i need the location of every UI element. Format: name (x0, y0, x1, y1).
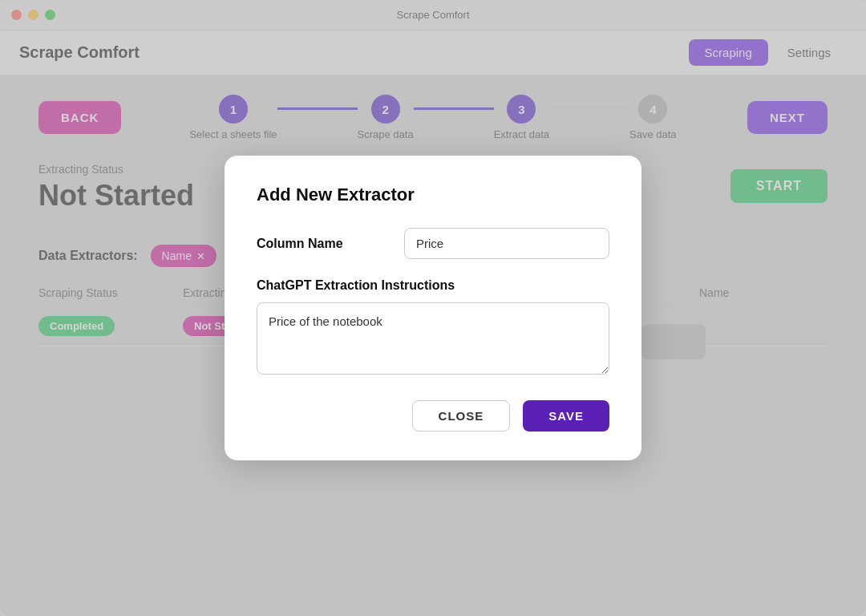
column-name-input[interactable] (404, 228, 609, 259)
modal-actions: CLOSE SAVE (257, 400, 609, 432)
app-window: Scrape Comfort Scrape Comfort Scraping S… (0, 0, 866, 616)
save-button[interactable]: SAVE (523, 400, 609, 432)
modal-title: Add New Extractor (257, 184, 609, 205)
instructions-textarea[interactable]: Price of the notebook (257, 302, 609, 375)
modal: Add New Extractor Column Name ChatGPT Ex… (225, 156, 641, 460)
column-name-label: Column Name (257, 237, 385, 251)
instructions-label: ChatGPT Extraction Instructions (257, 278, 609, 293)
instructions-section: ChatGPT Extraction Instructions Price of… (257, 278, 609, 378)
close-button[interactable]: CLOSE (412, 400, 511, 432)
column-name-row: Column Name (257, 228, 609, 259)
